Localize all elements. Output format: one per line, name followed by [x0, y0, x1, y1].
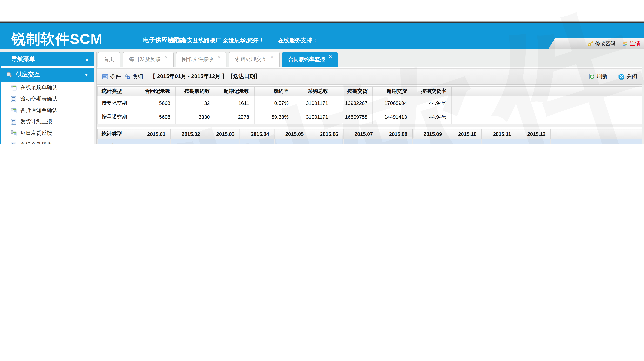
cell: 13932267 — [333, 96, 373, 110]
tab-图纸文件接收[interactable]: 图纸文件接收× — [176, 52, 226, 67]
link-icon — [124, 73, 130, 80]
cell: 59.38% — [254, 110, 294, 124]
table-icon — [10, 130, 17, 136]
tab-close-icon[interactable]: × — [329, 54, 332, 59]
change-password-button[interactable]: 修改密码 — [588, 40, 616, 47]
row-filler — [551, 139, 642, 144]
tab-label: 首页 — [104, 56, 114, 63]
summary-column-header: 合同记录数 — [136, 86, 176, 96]
users-icon — [622, 41, 628, 47]
cell: 2261 — [482, 139, 516, 144]
monthly-column-header: 2015.05 — [274, 129, 309, 139]
cell: 31001171 — [294, 96, 333, 110]
monthly-table: 统计类型2015.012015.022015.032015.042015.052… — [97, 129, 642, 145]
cell: 14491413 — [372, 110, 412, 124]
database-gear-icon — [6, 72, 12, 78]
tab-close-icon[interactable]: × — [164, 54, 167, 59]
detail-button[interactable]: 明细 — [124, 73, 143, 80]
cell: 1733 — [516, 139, 551, 144]
sidebar-sections: 供应交互▼在线采购单确认滚动交期表确认备货通知单确认发货计划上报每日发货反馈图纸… — [1, 66, 94, 145]
sidebar: 导航菜单 « 供应交互▼在线采购单确认滚动交期表确认备货通知单确认发货计划上报每… — [0, 52, 94, 144]
cell: 44.94% — [412, 110, 452, 124]
refresh-icon — [589, 73, 595, 80]
sidebar-item-在线采购单确认[interactable]: 在线采购单确认 — [1, 82, 94, 93]
cell — [274, 139, 309, 144]
tab-label: 索赔处理交互 — [235, 56, 267, 63]
monthly-column-header: 2015.08 — [378, 129, 412, 139]
close-octagon-icon — [618, 73, 625, 80]
condition-label: 条件 — [110, 73, 121, 80]
sidebar-item-label: 滚动交期表确认 — [20, 95, 58, 103]
cell: 414 — [412, 139, 447, 144]
tab-索赔处理交互[interactable]: 索赔处理交互× — [229, 52, 280, 67]
monthly-column-header: 2015.09 — [412, 129, 447, 139]
cell — [170, 139, 205, 144]
summary-row-按要求交期[interactable]: 按要求交期56083216110.57%31001171139322671706… — [98, 96, 642, 110]
summary-column-header: 采购总数 — [294, 86, 333, 96]
monthly-header-filler — [551, 129, 642, 139]
tab-首页[interactable]: 首页 — [98, 52, 120, 67]
greeting: 浙江磐安县线路板厂 余姚辰华,您好！在线服务支持： — [170, 37, 318, 45]
cell: 128 — [343, 139, 378, 144]
cell: 5608 — [136, 96, 176, 110]
sidebar-section-items: 在线采购单确认滚动交期表确认备货通知单确认发货计划上报每日发货反馈图纸文件接收索… — [1, 82, 94, 145]
cell: 1028 — [447, 139, 482, 144]
sidebar-item-备货通知单确认[interactable]: 备货通知单确认 — [1, 105, 94, 116]
tab-合同履约率监控[interactable]: 合同履约率监控× — [282, 52, 338, 67]
cell: 32 — [176, 96, 215, 110]
sidebar-item-发货计划上报[interactable]: 发货计划上报 — [1, 116, 94, 127]
product-name: 锐制软件SCM — [12, 32, 103, 46]
tab-bar: 首页每日发货反馈×图纸文件接收×索赔处理交互×合同履约率监控× — [97, 49, 642, 67]
row-label: 合同记录数 — [98, 139, 136, 144]
condition-button[interactable]: 条件 — [102, 73, 121, 80]
sidebar-item-滚动交期表确认[interactable]: 滚动交期表确认 — [1, 93, 94, 105]
summary-column-header: 履约率 — [254, 86, 294, 96]
monthly-column-header: 2015.02 — [170, 129, 205, 139]
cell: 2278 — [215, 110, 254, 124]
section-label: 供应交互 — [16, 71, 40, 79]
top-dark-bar — [0, 22, 644, 23]
summary-column-header: 统计类型 — [98, 86, 136, 96]
monthly-column-header: 2015.01 — [136, 129, 170, 139]
app-header: 锐制软件SCM 电子供应链系统 浙江磐安县线路板厂 余姚辰华,您好！在线服务支持… — [0, 23, 644, 49]
cell: 44.94% — [412, 96, 452, 110]
tab-close-icon[interactable]: × — [270, 54, 274, 59]
tab-label: 合同履约率监控 — [288, 56, 325, 63]
sidebar-item-每日发货反馈[interactable]: 每日发货反馈 — [1, 127, 94, 139]
chevron-down-icon[interactable]: ▼ — [84, 72, 89, 77]
key-icon — [588, 41, 594, 47]
summary-row-按承诺交期[interactable]: 按承诺交期56083330227859.38%31001171165097581… — [98, 110, 642, 124]
row-filler — [452, 96, 642, 110]
logout-button[interactable]: 注销 — [622, 40, 640, 47]
close-button[interactable]: 关闭 — [618, 73, 637, 80]
monthly-row-合同记录数[interactable]: 合同记录数1512829414102822611733 — [98, 139, 642, 144]
summary-table: 统计类型合同记录数按期履约数超期记录数履约率采购总数按期交货超期交货按期交货率按… — [97, 86, 642, 124]
cell — [240, 139, 274, 144]
cell: 0.57% — [254, 96, 294, 110]
refresh-button[interactable]: 刷新 — [589, 73, 608, 80]
cell — [136, 139, 170, 144]
row-label: 按要求交期 — [98, 96, 136, 110]
summary-column-header: 超期交货 — [372, 86, 412, 96]
splitter[interactable]: ◂ — [94, 52, 97, 144]
sidebar-header[interactable]: 导航菜单 « — [1, 52, 94, 66]
monthly-column-header: 2015.11 — [482, 129, 516, 139]
tab-close-icon[interactable]: × — [217, 54, 220, 59]
cell: 15 — [309, 139, 344, 144]
list-icon — [10, 96, 17, 102]
greeting-text: 浙江磐安县线路板厂 余姚辰华,您好！ — [170, 37, 264, 44]
monthly-column-header: 2015.12 — [516, 129, 551, 139]
cell: 31001171 — [294, 110, 333, 124]
monthly-column-header: 2015.07 — [343, 129, 378, 139]
collapse-sidebar-icon[interactable]: « — [85, 56, 89, 63]
refresh-label: 刷新 — [597, 73, 608, 80]
monthly-column-header: 2015.10 — [447, 129, 482, 139]
logout-label: 注销 — [630, 40, 640, 47]
sidebar-item-图纸文件接收[interactable]: 图纸文件接收 — [1, 139, 94, 145]
sidebar-section-供应交互[interactable]: 供应交互▼ — [1, 68, 94, 82]
cell: 5608 — [136, 110, 176, 124]
summary-column-header: 按期履约数 — [176, 86, 215, 96]
monthly-column-header: 2015.06 — [309, 129, 344, 139]
tab-每日发货反馈[interactable]: 每日发货反馈× — [123, 52, 173, 67]
cell: 29 — [378, 139, 412, 144]
